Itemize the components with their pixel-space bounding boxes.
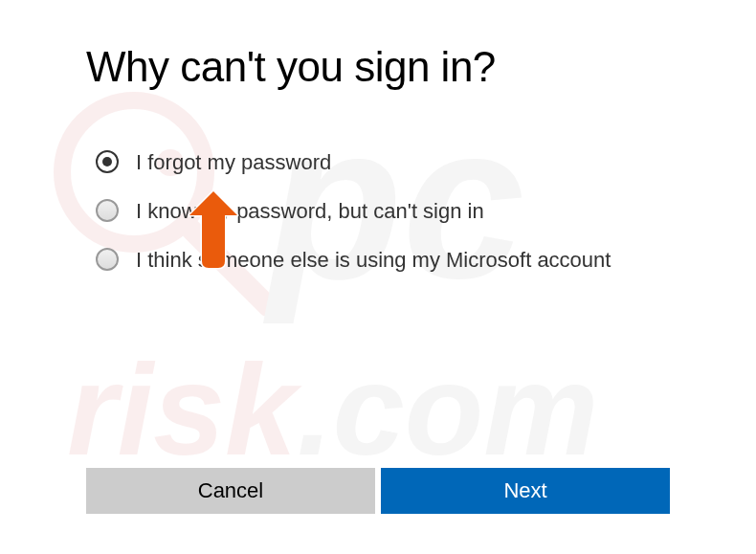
option-forgot-password[interactable]: I forgot my password [96, 148, 670, 178]
radio-icon [96, 199, 119, 222]
radio-icon [96, 150, 119, 173]
page-title: Why can't you sign in? [86, 43, 670, 91]
option-label: I think someone else is using my Microso… [136, 246, 611, 276]
option-label: I know my password, but can't sign in [136, 197, 484, 227]
cancel-button[interactable]: Cancel [86, 468, 375, 514]
option-label: I forgot my password [136, 148, 331, 178]
dialog-buttons: Cancel Next [86, 468, 670, 514]
option-know-password[interactable]: I know my password, but can't sign in [96, 197, 670, 227]
option-someone-else[interactable]: I think someone else is using my Microso… [96, 246, 670, 276]
svg-text:risk.com: risk.com [67, 338, 598, 482]
radio-icon [96, 248, 119, 271]
signin-reason-options: I forgot my password I know my password,… [86, 148, 670, 275]
next-button[interactable]: Next [381, 468, 670, 514]
